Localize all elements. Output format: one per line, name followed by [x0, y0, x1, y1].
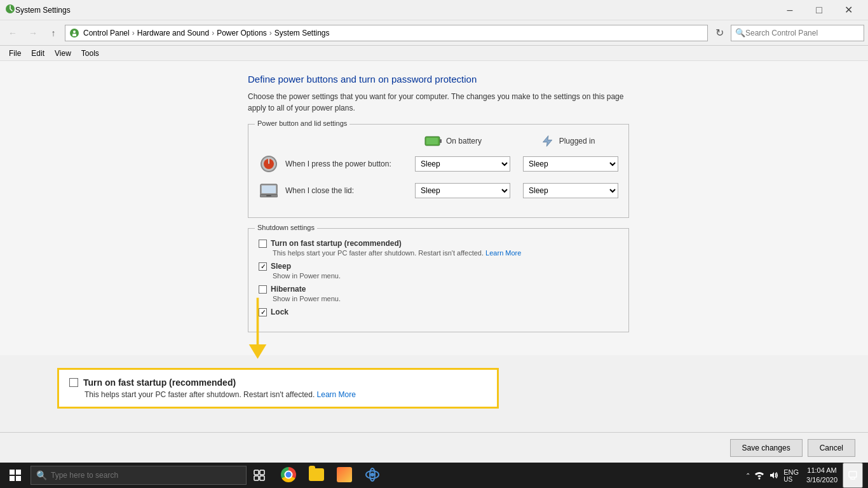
plug-icon	[540, 135, 555, 147]
tray-volume-icon[interactable]	[767, 469, 780, 482]
page-title: Define power buttons and turn on passwor…	[248, 74, 629, 85]
highlight-popup-box: Turn on fast startup (recommended) This …	[57, 368, 499, 409]
close-button[interactable]: ✕	[834, 0, 863, 20]
menu-tools[interactable]: Tools	[76, 48, 104, 59]
save-changes-button[interactable]: Save changes	[730, 439, 803, 457]
page-description: Choose the power settings that you want …	[248, 91, 629, 114]
breadcrumb-sep-1: ›	[132, 29, 135, 37]
cancel-button[interactable]: Cancel	[808, 439, 855, 457]
battery-label: On battery	[446, 137, 482, 146]
shutdown-group-title: Shutdown settings	[255, 224, 317, 231]
control-panel-icon	[69, 28, 79, 38]
menu-file[interactable]: File	[4, 48, 26, 59]
taskbar-app-ie[interactable]	[358, 463, 386, 488]
svg-rect-15	[254, 470, 259, 475]
task-view-icon	[254, 470, 265, 481]
fast-startup-learn-more[interactable]: Learn More	[485, 249, 521, 257]
address-bar: ← → ↑ Control Panel › Hardware and Sound…	[0, 20, 868, 46]
refresh-button[interactable]: ↻	[710, 24, 728, 42]
svg-point-2	[73, 30, 76, 33]
taskbar-app-explorer[interactable]	[302, 463, 330, 488]
title-bar-controls: – □ ✕	[775, 0, 863, 20]
start-button[interactable]	[3, 463, 28, 488]
breadcrumb-system-settings[interactable]: System Settings	[275, 29, 330, 37]
shutdown-item-sleep: Sleep Show in Power menu.	[259, 262, 618, 280]
laptop-lid-icon	[260, 184, 278, 198]
forward-button[interactable]: →	[24, 24, 42, 42]
power-button-selects: Sleep Do nothing Hibernate Shut down Tur…	[415, 156, 618, 172]
task-view-button[interactable]	[247, 463, 272, 488]
taskbar-app-chrome[interactable]	[275, 463, 302, 488]
taskbar-search-icon: 🔍	[36, 470, 47, 480]
svg-rect-9	[268, 158, 269, 164]
window-title: System Settings	[15, 6, 775, 15]
lid-close-selects: Sleep Do nothing Hibernate Shut down Sle…	[415, 183, 618, 198]
taskbar-search: 🔍	[31, 466, 247, 485]
title-bar: System Settings – □ ✕	[0, 0, 868, 20]
highlight-main-row: Turn on fast startup (recommended)	[69, 377, 487, 388]
power-button-plugged-select[interactable]: Sleep Do nothing Hibernate Shut down Tur…	[523, 156, 618, 172]
lid-plugged-select[interactable]: Sleep Do nothing Hibernate Shut down	[523, 183, 618, 198]
breadcrumb-sep-3: ›	[269, 29, 272, 37]
chrome-icon	[281, 467, 296, 482]
file-colored-icon	[337, 467, 352, 482]
hibernate-header: Hibernate	[259, 285, 618, 294]
highlight-main-text: Turn on fast startup (recommended)	[83, 377, 236, 388]
notification-center-button[interactable]	[843, 463, 863, 488]
highlight-desc-text: This helps start your PC faster after sh…	[85, 390, 315, 399]
tray-language[interactable]: ENG US	[781, 468, 801, 483]
lock-header: Lock	[259, 308, 618, 316]
fast-startup-desc: This helps start your PC faster after sh…	[273, 249, 618, 257]
taskbar: 🔍 ⌃	[0, 463, 868, 488]
shutdown-item-fast-startup: Turn on fast startup (recommended) This …	[259, 239, 618, 257]
battery-icon	[424, 135, 442, 147]
menu-view[interactable]: View	[50, 48, 76, 59]
svg-point-22	[759, 478, 761, 480]
svg-rect-3	[72, 34, 76, 36]
highlight-description: This helps start your PC faster after sh…	[85, 390, 487, 399]
sleep-desc: Show in Power menu.	[273, 272, 618, 280]
power-button-battery-select[interactable]: Sleep Do nothing Hibernate Shut down Tur…	[415, 156, 510, 172]
menu-edit[interactable]: Edit	[26, 48, 50, 59]
system-tray: ⌃ ENG US 11:04 AM 3/16/2020	[742, 463, 865, 488]
power-button-icon	[259, 154, 279, 174]
tray-network-icon[interactable]	[753, 469, 766, 482]
svg-rect-23	[849, 471, 857, 477]
folder-icon	[309, 468, 324, 481]
taskbar-app-file-colored[interactable]	[330, 463, 358, 488]
maximize-button[interactable]: □	[804, 0, 834, 20]
tray-clock[interactable]: 11:04 AM 3/16/2020	[803, 466, 841, 485]
svg-marker-14	[249, 344, 267, 359]
sleep-header: Sleep	[259, 262, 618, 271]
lid-close-label: When I close the lid:	[285, 186, 415, 195]
power-button-label: When I press the power button:	[285, 159, 415, 168]
svg-rect-6	[426, 138, 438, 144]
svg-rect-18	[260, 476, 264, 480]
start-icon	[10, 470, 21, 481]
menu-bar: File Edit View Tools	[0, 46, 868, 61]
minimize-button[interactable]: –	[775, 0, 804, 20]
search-input[interactable]	[745, 29, 860, 37]
shutdown-item-hibernate: Hibernate Show in Power menu.	[259, 285, 618, 302]
fast-startup-label: Turn on fast startup (recommended)	[271, 239, 402, 248]
fast-startup-checkbox[interactable]	[259, 240, 267, 248]
bottom-action-bar: Save changes Cancel	[0, 432, 868, 463]
lid-close-icon	[259, 180, 279, 201]
svg-rect-17	[254, 476, 259, 480]
tray-expand-icon[interactable]: ⌃	[744, 471, 752, 480]
up-button[interactable]: ↑	[44, 24, 62, 42]
power-group-title: Power button and lid settings	[255, 119, 349, 127]
lid-close-row: When I close the lid: Sleep Do nothing H…	[259, 180, 618, 201]
breadcrumb-hardware[interactable]: Hardware and Sound	[137, 29, 209, 37]
sleep-checkbox[interactable]	[259, 262, 267, 271]
lid-battery-select[interactable]: Sleep Do nothing Hibernate Shut down	[415, 183, 510, 198]
breadcrumb-power[interactable]: Power Options	[217, 29, 267, 37]
taskbar-search-input[interactable]	[51, 471, 241, 480]
breadcrumb-control-panel[interactable]: Control Panel	[83, 29, 130, 37]
back-button[interactable]: ←	[4, 24, 22, 42]
taskbar-apps	[275, 463, 386, 488]
highlight-fast-startup-checkbox[interactable]	[69, 378, 78, 387]
svg-rect-16	[260, 470, 264, 475]
highlight-learn-more[interactable]: Learn More	[317, 390, 356, 399]
ie-icon	[365, 467, 380, 482]
